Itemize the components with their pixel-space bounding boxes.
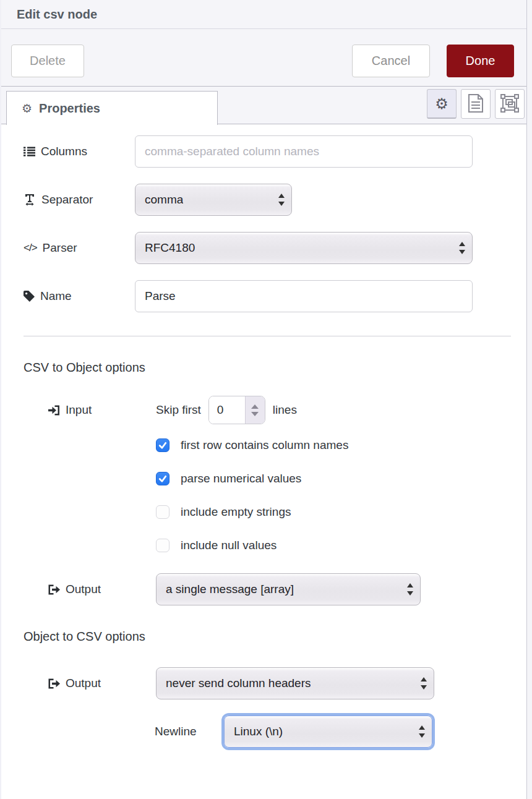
- cancel-button[interactable]: Cancel: [352, 45, 430, 77]
- parser-select-value: RFC4180: [145, 241, 195, 255]
- select-caret-icon: [278, 193, 285, 207]
- appearance-icon: [500, 94, 519, 114]
- editor-tab-bar: ⚙ Properties ⚙: [1, 87, 526, 124]
- spinner-up-icon[interactable]: [251, 404, 259, 409]
- select-caret-icon: [420, 677, 427, 690]
- newline-row: Newline Linux (\n): [24, 716, 509, 748]
- checkbox-label[interactable]: include empty strings: [181, 505, 291, 519]
- checkbox-first-row-contains-column-names[interactable]: [156, 438, 169, 452]
- sign-out-icon: [48, 678, 60, 689]
- input-label: Input: [24, 403, 156, 417]
- csv-output-label-text: Output: [66, 583, 101, 596]
- obj-output-select-value: never send column headers: [166, 677, 311, 690]
- check-icon: [158, 440, 168, 450]
- checkbox-row: include null values: [156, 537, 509, 554]
- checkbox-row: include empty strings: [156, 503, 509, 521]
- newline-select-value: Linux (\n): [234, 725, 283, 738]
- checkbox-label[interactable]: first row contains column names: [181, 438, 348, 452]
- checkbox-label[interactable]: include null values: [181, 539, 277, 552]
- spinner-down-icon[interactable]: [251, 412, 259, 416]
- separator-label: Separator: [24, 193, 135, 207]
- sign-out-icon: [48, 584, 60, 595]
- gear-icon: ⚙: [435, 96, 448, 111]
- dialog-title: Edit csv node: [17, 7, 97, 22]
- obj-output-row: Output never send column headers: [24, 667, 509, 699]
- select-caret-icon: [418, 725, 426, 738]
- properties-form: Columns Separator comma: [1, 124, 526, 748]
- name-label-text: Name: [40, 289, 72, 303]
- obj-output-label: Output: [24, 677, 156, 690]
- csv-to-object-heading: CSV to Object options: [24, 359, 509, 376]
- columns-row: Columns: [24, 135, 509, 168]
- checkbox-include-null-values[interactable]: [156, 539, 169, 552]
- skip-lines-input[interactable]: [209, 396, 245, 424]
- csv-output-select-value: a single message [array]: [166, 583, 294, 596]
- columns-input[interactable]: [135, 135, 473, 168]
- parser-label: </> Parser: [24, 241, 135, 255]
- checkbox-parse-numerical-values[interactable]: [156, 472, 169, 485]
- appearance-tab-button[interactable]: [495, 89, 525, 119]
- spinner-stepper[interactable]: [245, 396, 265, 424]
- name-input[interactable]: [135, 280, 473, 312]
- done-button[interactable]: Done: [447, 45, 514, 77]
- parser-select[interactable]: RFC4180: [135, 232, 473, 264]
- lines-label: lines: [273, 403, 297, 417]
- sign-in-icon: [48, 405, 60, 416]
- object-to-csv-heading: Object to CSV options: [24, 628, 509, 645]
- name-row: Name: [24, 280, 509, 312]
- list-icon: [24, 147, 35, 156]
- separator-label-text: Separator: [41, 193, 93, 207]
- checkbox-label[interactable]: parse numerical values: [181, 472, 301, 485]
- section-divider: [24, 336, 511, 336]
- gear-icon: ⚙: [22, 103, 32, 114]
- obj-output-select[interactable]: never send column headers: [156, 667, 434, 699]
- parser-row: </> Parser RFC4180: [24, 232, 509, 264]
- properties-tab-button[interactable]: ⚙: [427, 89, 457, 119]
- newline-select[interactable]: Linux (\n): [224, 716, 432, 748]
- code-icon: </>: [24, 242, 37, 254]
- skip-lines-spinner: [208, 396, 265, 424]
- document-icon: [468, 93, 484, 115]
- select-caret-icon: [458, 241, 466, 255]
- separator-row: Separator comma: [24, 184, 509, 216]
- columns-label-text: Columns: [41, 145, 87, 158]
- text-width-icon: [24, 194, 36, 206]
- input-label-text: Input: [66, 403, 92, 417]
- parser-label-text: Parser: [43, 241, 77, 255]
- check-icon: [158, 474, 168, 484]
- columns-label: Columns: [24, 145, 135, 158]
- checkbox-row: parse numerical values: [156, 470, 509, 487]
- tab-properties[interactable]: ⚙ Properties: [6, 91, 218, 125]
- name-label: Name: [24, 289, 135, 303]
- checkbox-row: first row contains column names: [156, 437, 509, 454]
- csv-output-select[interactable]: a single message [array]: [156, 573, 421, 605]
- skip-first-label: Skip first: [156, 403, 201, 417]
- csv-output-label: Output: [24, 583, 156, 596]
- input-row: Input Skip first lines: [24, 396, 509, 424]
- tab-properties-label: Properties: [39, 101, 100, 116]
- description-tab-button[interactable]: [461, 89, 491, 119]
- dialog-header: Edit csv node: [1, 0, 526, 29]
- edit-csv-node-dialog: Edit csv node Delete Cancel Done ⚙ Prope…: [0, 0, 527, 799]
- csv-output-row: Output a single message [array]: [24, 573, 509, 605]
- checkbox-include-empty-strings[interactable]: [156, 505, 169, 519]
- delete-button[interactable]: Delete: [11, 45, 84, 77]
- select-caret-icon: [406, 583, 414, 596]
- dialog-toolbar: Delete Cancel Done: [1, 29, 526, 87]
- separator-select-value: comma: [145, 193, 183, 207]
- separator-select[interactable]: comma: [135, 184, 292, 216]
- tag-icon: [24, 291, 35, 302]
- newline-label: Newline: [155, 725, 224, 738]
- obj-output-label-text: Output: [66, 677, 101, 690]
